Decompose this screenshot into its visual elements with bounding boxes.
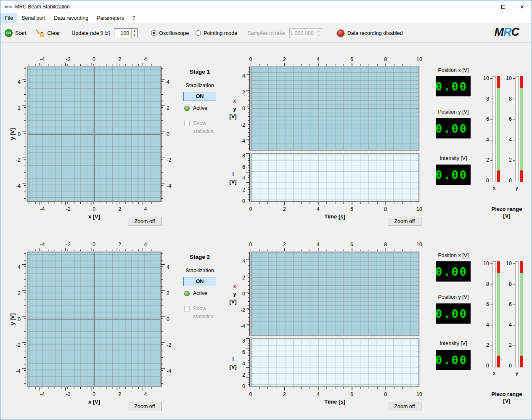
start-button[interactable]: Start (15, 30, 26, 36)
position-y-display: 0.00 (436, 303, 471, 324)
tick-label: 4 (503, 322, 512, 328)
xy-zoom-off-button[interactable]: Zoom off (128, 217, 161, 226)
xy-plot-area[interactable] (27, 252, 161, 387)
y-series-label: y (228, 291, 242, 297)
tick-label: 6 (347, 391, 357, 397)
position-x-value: 0.00 (435, 265, 471, 278)
time-zoom-off-button[interactable]: Zoom off (388, 402, 421, 411)
xy-bottom-axis-labels: -4-2024 (37, 206, 151, 212)
window-title: MRC Beam Stabilization (15, 4, 70, 10)
time-top-ticks (251, 63, 419, 66)
i-series-label: I (226, 171, 240, 177)
time-zoom-off-button[interactable]: Zoom off (388, 217, 421, 226)
stage-title: Stage 1 (179, 69, 221, 75)
stage-2-section: -4-2024 420-2-4 420-2-4 y [V] -4-2024 x … (0, 228, 532, 413)
tick-label: 0 (503, 362, 512, 369)
show-statistics-checkbox[interactable] (184, 121, 190, 126)
xy-ylabel: y [V] (9, 307, 16, 332)
mrc-logo: MRC (495, 26, 519, 39)
stabilization-on-button[interactable]: ON (183, 92, 216, 101)
piezo-x-axis-label: x (488, 185, 500, 191)
close-button[interactable]: ✕ (513, 0, 532, 13)
intensity-value: 0.00 (435, 354, 471, 367)
time-zero-line (251, 109, 418, 109)
menu-help[interactable]: ? (128, 13, 140, 23)
samples-to-take-label: Samples to take (247, 30, 285, 36)
xy-zoom-off-button[interactable]: Zoom off (128, 402, 161, 411)
tick-label: 8 (481, 96, 489, 102)
piezo-y-scale-labels: 1086420 (503, 75, 512, 184)
time-xy-plot-area[interactable] (251, 252, 419, 336)
update-rate-spinner[interactable]: 100 ▲▼ (114, 28, 138, 38)
intensity-display: 0.00 (436, 350, 471, 370)
tick-label: 10 (414, 206, 424, 212)
tick-label: 0 (246, 391, 256, 397)
tick-label: 2 (503, 157, 512, 163)
clear-broom-icon[interactable] (36, 29, 45, 37)
menu-data-recording[interactable]: Data recording (50, 13, 93, 23)
position-y-display: 0.00 (436, 118, 471, 138)
intensity-label: Intensity [V] (432, 155, 475, 161)
tick-label: 0 (89, 56, 99, 62)
xy-zero-line-v (94, 253, 95, 386)
xy-right-ticks (161, 252, 165, 387)
xy-plot-area[interactable] (27, 66, 161, 202)
stabilization-on-button[interactable]: ON (183, 277, 216, 286)
minimize-button[interactable] (475, 0, 494, 13)
spin-down-icon[interactable]: ▼ (132, 33, 137, 38)
tick-label: 0 (503, 177, 512, 184)
show-statistics-label: Show statistics (193, 120, 220, 136)
x-series-label: x (228, 98, 242, 104)
tick-label: -2 (63, 206, 73, 212)
oscilloscope-label[interactable]: Oscilloscope (159, 30, 189, 36)
oscilloscope-radio[interactable] (151, 30, 156, 36)
menu-serial-port[interactable]: Serial port (17, 13, 50, 23)
tick-label: 0 (89, 242, 99, 247)
y-series-label: y (228, 106, 242, 112)
show-statistics-checkbox[interactable] (184, 306, 190, 311)
tick-label: 4 (503, 136, 512, 143)
tick-label: 2 (279, 56, 289, 62)
maximize-button[interactable] (494, 0, 513, 13)
spin-up-icon[interactable]: ▲ (132, 29, 137, 34)
intensity-plot-area[interactable] (251, 153, 419, 202)
tick-label: -4 (37, 56, 48, 62)
position-y-value: 0.00 (435, 307, 471, 320)
intensity-plot-area[interactable] (251, 338, 419, 387)
tick-label: 2 (231, 89, 245, 96)
stabilization-label: Stabilization (179, 268, 221, 274)
title-bar[interactable]: MRC MRC Beam Stabilization ✕ (0, 0, 532, 13)
tick-label: -2 (63, 242, 73, 247)
tick-label: 2 (7, 105, 21, 112)
tick-label: 0 (167, 316, 177, 323)
piezo-x-track (492, 76, 496, 182)
recording-led-icon[interactable] (336, 29, 345, 37)
pointing-mode-radio[interactable] (196, 30, 201, 36)
menu-file[interactable]: File (0, 13, 17, 23)
time-xlabel: Time [s] (310, 399, 360, 405)
i-series-label: I (226, 356, 240, 362)
update-rate-value[interactable]: 100 (114, 29, 131, 38)
pointing-mode-label[interactable]: Pointing mode (204, 30, 237, 36)
menu-parameters[interactable]: Parameters (93, 13, 128, 23)
tick-label: -2 (7, 157, 21, 163)
tick-label: 4 (313, 242, 323, 247)
tick-label: 0 (167, 131, 177, 138)
time-top-axis-labels: 0246810 (246, 56, 424, 62)
active-label: Active (193, 290, 214, 296)
position-y-label: Position y [V] (432, 109, 475, 115)
intensity-value: 0.00 (435, 168, 471, 181)
time-xy-left-ticks (246, 252, 250, 336)
piezo-y-range-bar (520, 76, 523, 182)
tick-label: 2 (115, 242, 125, 247)
xy-right-ticks (161, 66, 165, 202)
start-go-icon[interactable]: GO (5, 29, 13, 37)
tick-label: 6 (347, 206, 357, 212)
position-x-display: 0.00 (436, 76, 471, 96)
tick-label: 8 (381, 56, 391, 62)
clear-button[interactable]: Clear (47, 30, 60, 36)
spin-down-icon: ▼ (316, 33, 322, 38)
tick-label: 6 (347, 242, 357, 247)
tick-label: 10 (414, 391, 424, 397)
time-xy-plot-area[interactable] (251, 66, 419, 151)
